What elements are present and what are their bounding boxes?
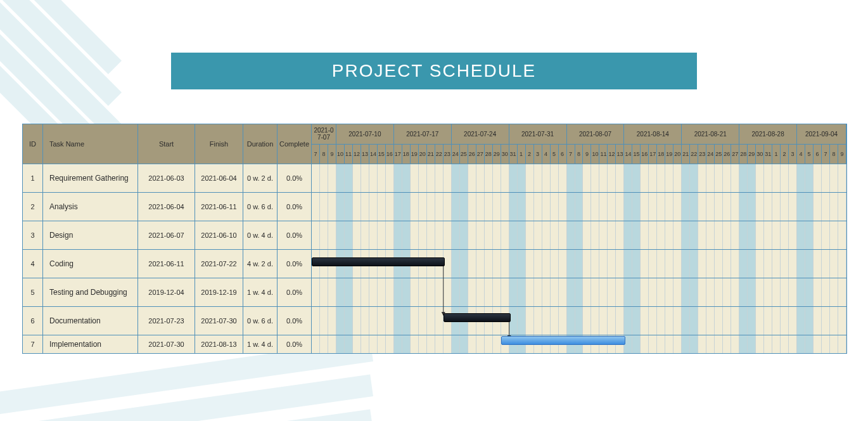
- day-header: 15: [378, 145, 386, 164]
- task-name: Implementation: [43, 335, 138, 353]
- task-id: 2: [23, 193, 43, 221]
- day-header: 23: [698, 145, 706, 164]
- day-header: 19: [411, 145, 419, 164]
- task-duration: 1 w. 4 d.: [243, 335, 278, 353]
- task-start: 2021-06-11: [138, 250, 195, 278]
- week-header: 2021-0 7-07: [312, 124, 336, 144]
- day-header: 24: [706, 145, 715, 164]
- gantt-bar: [501, 336, 626, 345]
- task-start: 2019-12-04: [138, 278, 195, 306]
- day-header: 20: [673, 145, 682, 164]
- col-header-complete: Complete: [278, 124, 312, 164]
- day-header: 21: [682, 145, 690, 164]
- day-header: 30: [501, 145, 509, 164]
- task-finish: 2021-07-22: [195, 250, 243, 278]
- day-header: 26: [723, 145, 731, 164]
- col-header-name: Task Name: [43, 124, 138, 164]
- task-id: 6: [23, 307, 43, 335]
- day-header: 10: [336, 145, 345, 164]
- timeline-row: [312, 307, 846, 335]
- task-start: 2021-07-23: [138, 307, 195, 335]
- task-duration: 1 w. 4 d.: [243, 278, 278, 306]
- task-row: 7Implementation2021-07-302021-08-131 w. …: [23, 335, 312, 353]
- timeline-header: 2021-0 7-072021-07-102021-07-172021-07-2…: [312, 124, 846, 164]
- day-header: 28: [739, 145, 748, 164]
- task-name: Design: [43, 221, 138, 249]
- day-header: 19: [665, 145, 673, 164]
- day-header: 31: [509, 145, 518, 164]
- task-name: Testing and Debugging: [43, 278, 138, 306]
- task-row: 2Analysis2021-06-042021-06-110 w. 6 d.0.…: [23, 193, 312, 221]
- task-id: 7: [23, 335, 43, 353]
- task-row: 1Requirement Gathering2021-06-032021-06-…: [23, 164, 312, 193]
- task-duration: 0 w. 6 d.: [243, 307, 278, 335]
- day-header: 26: [468, 145, 476, 164]
- task-complete: 0.0%: [278, 164, 312, 192]
- day-header: 25: [460, 145, 468, 164]
- day-header: 16: [386, 145, 394, 164]
- day-header: 10: [591, 145, 599, 164]
- page-title: PROJECT SCHEDULE: [171, 53, 697, 89]
- day-header: 17: [649, 145, 657, 164]
- week-header: 2021-07-17: [394, 124, 452, 144]
- day-header: 9: [838, 145, 846, 164]
- day-header: 31: [764, 145, 772, 164]
- task-id: 1: [23, 164, 43, 192]
- task-finish: 2021-06-04: [195, 164, 243, 192]
- day-header: 16: [641, 145, 649, 164]
- day-header: 5: [551, 145, 559, 164]
- day-header: 28: [485, 145, 493, 164]
- day-header: 30: [756, 145, 764, 164]
- task-duration: 0 w. 6 d.: [243, 193, 278, 221]
- task-start: 2021-07-30: [138, 335, 195, 353]
- day-header: 7: [312, 145, 320, 164]
- day-header: 7: [567, 145, 575, 164]
- task-finish: 2021-08-13: [195, 335, 243, 353]
- day-header: 9: [583, 145, 591, 164]
- day-header: 27: [476, 145, 485, 164]
- week-header: 2021-09-04: [797, 124, 846, 144]
- day-header: 18: [402, 145, 411, 164]
- day-header: 22: [435, 145, 444, 164]
- task-row: 6Documentation2021-07-232021-07-300 w. 6…: [23, 307, 312, 335]
- day-header: 9: [328, 145, 336, 164]
- task-name: Coding: [43, 250, 138, 278]
- task-complete: 0.0%: [278, 193, 312, 221]
- day-header: 18: [657, 145, 665, 164]
- task-complete: 0.0%: [278, 307, 312, 335]
- gantt-chart: ID Task Name Start Finish Duration Compl…: [22, 124, 847, 354]
- gantt-header: ID Task Name Start Finish Duration Compl…: [23, 124, 846, 164]
- day-header: 11: [345, 145, 353, 164]
- day-header: 21: [427, 145, 435, 164]
- timeline-row: [312, 278, 846, 307]
- task-row: 5Testing and Debugging2019-12-042019-12-…: [23, 278, 312, 307]
- task-id: 4: [23, 250, 43, 278]
- gantt-bar: [312, 257, 445, 266]
- day-header: 6: [814, 145, 822, 164]
- week-header: 2021-07-31: [509, 124, 567, 144]
- week-header: 2021-08-07: [567, 124, 625, 144]
- day-header: 5: [805, 145, 814, 164]
- day-header: 6: [559, 145, 567, 164]
- task-name: Requirement Gathering: [43, 164, 138, 192]
- day-header: 8: [830, 145, 838, 164]
- day-header: 22: [690, 145, 698, 164]
- task-duration: 4 w. 2 d.: [243, 250, 278, 278]
- day-header: 2: [526, 145, 534, 164]
- day-header: 3: [789, 145, 797, 164]
- task-finish: 2021-06-10: [195, 221, 243, 249]
- week-header: 2021-08-21: [682, 124, 739, 144]
- col-header-duration: Duration: [243, 124, 278, 164]
- task-row: 4Coding2021-06-112021-07-224 w. 2 d.0.0%: [23, 250, 312, 278]
- task-finish: 2021-07-30: [195, 307, 243, 335]
- timeline-row: [312, 193, 846, 221]
- timeline-row: [312, 221, 846, 250]
- day-header: 14: [369, 145, 378, 164]
- week-header: 2021-07-10: [336, 124, 394, 144]
- task-start: 2021-06-07: [138, 221, 195, 249]
- task-duration: 0 w. 2 d.: [243, 164, 278, 192]
- task-finish: 2021-06-11: [195, 193, 243, 221]
- task-complete: 0.0%: [278, 250, 312, 278]
- day-header: 4: [542, 145, 551, 164]
- col-header-finish: Finish: [195, 124, 243, 164]
